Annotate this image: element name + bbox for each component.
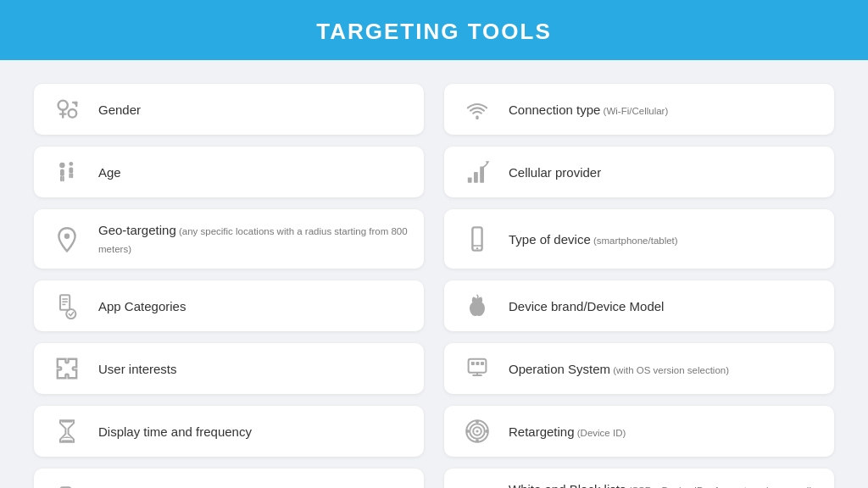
retargeting-sublabel: (Device ID) [575, 428, 626, 438]
svg-point-8 [59, 163, 64, 168]
svg-rect-32 [471, 362, 475, 365]
age-icon [49, 158, 85, 186]
app-categories-text: App Categories [98, 297, 186, 315]
connection-type-icon [459, 96, 495, 123]
cellular-provider-icon [459, 158, 495, 186]
operation-system-icon [459, 355, 495, 382]
retargeting-text: Retargeting (Device ID) [509, 423, 626, 441]
device-brand-icon [459, 292, 495, 319]
svg-rect-11 [62, 176, 64, 181]
user-interests-label: User interests [98, 362, 177, 376]
svg-rect-16 [468, 177, 472, 182]
card-display-time: Display time and frequency [34, 406, 424, 457]
connection-type-text: Connection type (Wi-Fi/Cellular) [509, 101, 668, 119]
svg-point-3 [69, 109, 77, 118]
white-black-lists-icon [459, 485, 495, 488]
svg-rect-15 [71, 174, 73, 179]
retargeting-label: Retargeting [509, 424, 575, 439]
type-of-device-label: Type of device [509, 232, 591, 247]
retargeting-icon [459, 418, 495, 445]
svg-point-41 [466, 430, 470, 433]
app-categories-icon [49, 292, 85, 319]
display-time-icon [49, 418, 85, 445]
svg-rect-29 [469, 359, 487, 373]
traffic-type-icon [49, 485, 85, 488]
card-gender: Gender [34, 84, 424, 135]
cellular-provider-text: Cellular provider [509, 164, 601, 181]
card-white-black-lists: White and Black lists (SSPs, Device IDs,… [444, 469, 834, 488]
card-connection-type: Connection type (Wi-Fi/Cellular) [444, 84, 834, 135]
svg-point-38 [476, 430, 478, 432]
operation-system-sublabel: (with OS version selection) [610, 365, 729, 375]
svg-rect-17 [474, 172, 478, 183]
header: TARGETING TOOLS [0, 0, 868, 60]
svg-rect-13 [69, 167, 73, 173]
card-device-brand: Device brand/Device Model [444, 280, 834, 331]
card-age: Age [34, 147, 424, 197]
age-text: Age [98, 164, 121, 181]
geo-targeting-label: Geo-targeting [98, 223, 176, 237]
svg-rect-9 [60, 169, 64, 176]
type-of-device-icon [459, 225, 495, 252]
svg-rect-10 [60, 176, 62, 181]
geo-targeting-icon [49, 225, 85, 252]
svg-point-20 [64, 234, 70, 239]
card-traffic-type: Traffic type (In-App) [34, 469, 424, 488]
age-label: Age [98, 165, 121, 180]
card-app-categories: App Categories [34, 280, 424, 331]
display-time-text: Display time and frequency [98, 423, 252, 441]
type-of-device-text: Type of device (smartphone/tablet) [509, 230, 678, 248]
app-categories-label: App Categories [98, 299, 186, 313]
svg-point-40 [476, 439, 479, 442]
gender-icon [49, 96, 85, 123]
gender-text: Gender [98, 101, 141, 119]
operation-system-text: Operation System (with OS version select… [509, 360, 729, 378]
svg-rect-33 [476, 362, 479, 365]
gender-label: Gender [98, 103, 141, 117]
svg-rect-34 [481, 362, 484, 365]
card-cellular-provider: Cellular provider [444, 147, 834, 197]
user-interests-icon [49, 355, 85, 382]
svg-point-23 [476, 247, 478, 249]
connection-type-label: Connection type [509, 103, 600, 117]
type-of-device-sublabel: (smartphone/tablet) [591, 236, 678, 246]
svg-rect-21 [472, 227, 481, 250]
svg-rect-18 [480, 167, 484, 183]
page-title: TARGETING TOOLS [0, 19, 868, 45]
svg-point-12 [69, 162, 73, 166]
card-user-interests: User interests [34, 343, 424, 394]
svg-point-28 [66, 309, 75, 319]
svg-point-39 [476, 420, 479, 424]
geo-targeting-text: Geo-targeting (any specific locations wi… [98, 221, 409, 257]
device-brand-text: Device brand/Device Model [509, 297, 664, 315]
display-time-label: Display time and frequency [98, 424, 252, 439]
svg-point-0 [58, 101, 68, 110]
svg-rect-14 [69, 174, 70, 179]
content-grid: Gender Connection type (Wi-Fi/Cellular) … [0, 60, 868, 488]
white-black-lists-text: White and Black lists (SSPs, Device IDs,… [509, 480, 819, 488]
card-operation-system: Operation System (with OS version select… [444, 343, 834, 394]
device-brand-label: Device brand/Device Model [509, 299, 664, 313]
cellular-provider-label: Cellular provider [509, 165, 601, 180]
svg-point-42 [485, 430, 488, 433]
card-geo-targeting: Geo-targeting (any specific locations wi… [34, 209, 424, 269]
card-retargeting: Retargeting (Device ID) [444, 406, 834, 457]
svg-point-7 [476, 117, 478, 119]
white-black-lists-label: White and Black lists [509, 482, 626, 488]
user-interests-text: User interests [98, 360, 177, 378]
operation-system-label: Operation System [509, 362, 610, 376]
card-type-of-device: Type of device (smartphone/tablet) [444, 209, 834, 269]
connection-type-sublabel: (Wi-Fi/Cellular) [600, 106, 668, 116]
